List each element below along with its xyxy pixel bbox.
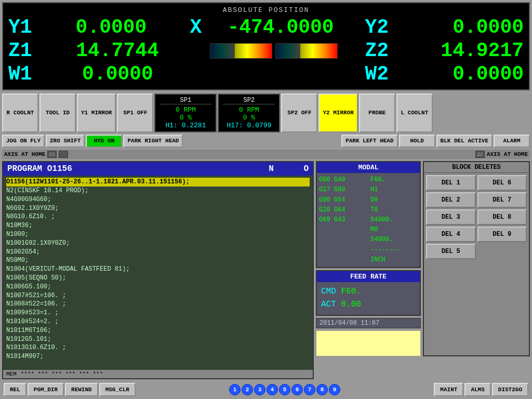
modal-item: G17 G80 — [319, 185, 366, 195]
num-circles-container: 123456789 — [137, 384, 433, 395]
del-button[interactable]: DEL 3 — [426, 209, 476, 225]
y1-value: 0.0000 — [39, 16, 183, 38]
w1-value: 0.0000 — [39, 63, 196, 85]
num-circle-6[interactable]: 6 — [291, 384, 303, 395]
rel-button[interactable]: REL — [4, 383, 26, 396]
program-line: N1000; — [6, 230, 310, 239]
rewind-button[interactable]: REWIND — [65, 383, 98, 396]
sp1-pct: 0 % — [159, 114, 211, 122]
w2-label: W2 — [352, 63, 389, 85]
num-circle-2[interactable]: 2 — [242, 384, 253, 395]
modal-item: G90 G54 — [319, 195, 366, 205]
program-line: N4G90G94G60; — [6, 195, 310, 204]
w2-value: 0.0000 — [389, 63, 524, 85]
l-coolnt-button[interactable]: L COOLNT — [396, 94, 433, 132]
r-coolnt-button[interactable]: R COOLNT — [2, 94, 38, 132]
program-line: N1007#521=106. ; — [6, 291, 310, 300]
num-circle-5[interactable]: 5 — [279, 384, 290, 395]
del-button[interactable]: DEL 8 — [477, 209, 527, 225]
toolbar-row-2: JOG ON FLY ZRO SHIFT HYD ON PARK RIGHT H… — [2, 135, 530, 148]
park-left-head-button[interactable]: PARK LEFT HEAD — [341, 135, 397, 148]
gauge-area — [195, 43, 352, 59]
feedrate-panel: FEED RATE CMD F60. ACT 0.00 — [316, 270, 421, 316]
num-circle-8[interactable]: 8 — [316, 384, 328, 395]
jog-on-fly-button[interactable]: JOG ON FLY — [2, 135, 45, 148]
modal-value: -------- — [370, 245, 418, 255]
tool-id-button[interactable]: TOOL ID — [39, 94, 76, 132]
modal-value: T0 — [370, 205, 418, 215]
program-line: N1013G10.6Z10. ; — [6, 343, 310, 352]
del-button[interactable]: DEL 6 — [477, 175, 527, 191]
feedrate-cmd: CMD F60. — [321, 285, 416, 299]
modal-value: D0 — [370, 195, 418, 205]
modal-title: MODAL — [317, 162, 420, 173]
act-value: 0.00 — [341, 300, 361, 309]
modal-value: S4000. — [370, 235, 418, 245]
y2-mirror-button[interactable]: Y2 MIRROR — [318, 94, 357, 132]
num-circle-7[interactable]: 7 — [304, 384, 315, 395]
bottom-toolbar: REL PGM_DIR REWIND MSG_CLR 123456789 MAI… — [2, 381, 530, 398]
del-button[interactable]: DEL 9 — [477, 227, 527, 242]
del-button[interactable]: DEL 5 — [426, 244, 476, 259]
hyd-on-button[interactable]: HYD ON — [86, 135, 122, 148]
sp1-off-button[interactable]: SP1 OFF — [117, 94, 153, 132]
z1-indicator: Z1 — [47, 151, 57, 158]
program-panel: PROGRAM O1156 N O O1156(112W1101-25-26..… — [2, 161, 314, 379]
del-button[interactable]: DEL 1 — [426, 175, 476, 191]
num-circle-3[interactable]: 3 — [254, 384, 265, 395]
modal-panel: MODAL G00 G40G17 G80G90 G54G20 G64G69 G4… — [316, 161, 421, 268]
alarm-button[interactable]: ALARM — [494, 135, 530, 148]
del-button[interactable]: DEL 4 — [426, 227, 476, 242]
del-button[interactable]: DEL 7 — [477, 192, 527, 208]
program-line: N1011M6T106; — [6, 326, 310, 335]
del-button[interactable]: DEL 2 — [426, 192, 476, 208]
pgm-dir-button[interactable]: PGM_DIR — [28, 383, 64, 396]
program-line: N50M0; — [6, 256, 310, 265]
gauge-bar-2 — [275, 43, 338, 59]
num-circle-4[interactable]: 4 — [267, 384, 278, 395]
y2-value: 0.0000 — [389, 16, 524, 38]
x-value: -474.0000 — [209, 16, 352, 38]
z2-value: 14.9217 — [389, 39, 524, 62]
sp2-h-label: H17: — [227, 122, 243, 129]
program-code: O1156(112W1101-25-26..1-1.1821.APR.03.11… — [3, 176, 313, 370]
sp2-pct: 0 % — [223, 114, 275, 122]
y1-mirror-button[interactable]: Y1 MIRROR — [77, 94, 116, 132]
modal-value: H1 — [370, 185, 418, 195]
num-circle-1[interactable]: 1 — [229, 384, 241, 395]
program-line: N1006G5.100; — [6, 283, 310, 291]
maint-button[interactable]: MAINT — [434, 383, 463, 396]
zro-shift-button[interactable]: ZRO SHIFT — [46, 135, 85, 148]
probe-button[interactable]: PROBE — [359, 94, 395, 132]
program-line: N1012G5.101; — [6, 335, 310, 344]
num-circle-9[interactable]: 9 — [329, 384, 340, 395]
gauge-bar-1 — [210, 43, 272, 59]
program-footer: MEM **** *** *** *** *** *** — [3, 370, 313, 378]
program-line: N1004(VERICUT-MODAL FASTFEED 81); — [6, 265, 310, 274]
program-line: N1002G54; — [6, 248, 310, 257]
alms-button[interactable]: ALMS — [464, 383, 490, 396]
cmd-label: CMD — [321, 287, 336, 296]
blk-del-active-button[interactable]: BLK DEL ACTIVE — [436, 135, 493, 148]
sp2-rpm: 0 RPM — [223, 106, 275, 114]
sp2-h-value: 0.0799 — [247, 122, 272, 129]
program-n: N O — [269, 164, 309, 174]
hold-button[interactable]: HOLD — [399, 135, 435, 148]
park-right-head-button[interactable]: PARK RIGHT HEAD — [123, 135, 183, 148]
datetime-bar: 2011/04/08 11:07 — [316, 318, 421, 328]
program-line: O1156(112W1101-25-26..1-1.1821.APR.03.11… — [6, 178, 310, 187]
dist2go-button[interactable]: DIST2GO — [492, 383, 528, 396]
program-line: N1009#523=1. ; — [6, 309, 310, 317]
position-title: ABSOLUTE POSITION — [8, 6, 524, 14]
cmd-value: F60. — [341, 287, 361, 296]
act-label: ACT — [321, 300, 336, 309]
program-line: N1008#522=106. ; — [6, 300, 310, 309]
modal-col2: F60.H1D0T0S4000.M0S4000.--------INCH — [370, 175, 418, 265]
sp2-off-button[interactable]: SP2 OFF — [281, 94, 317, 132]
axis-home-row: AXIS AT HOME Z1 Z2 AXIS AT HOME — [2, 150, 530, 159]
y1-label: Y1 — [8, 16, 39, 38]
block-deletes-title: BLOCK DELETES — [424, 162, 529, 173]
y2-label: Y2 — [352, 16, 389, 38]
note-area — [316, 330, 421, 356]
msg-clr-button[interactable]: MSG_CLR — [99, 383, 136, 396]
